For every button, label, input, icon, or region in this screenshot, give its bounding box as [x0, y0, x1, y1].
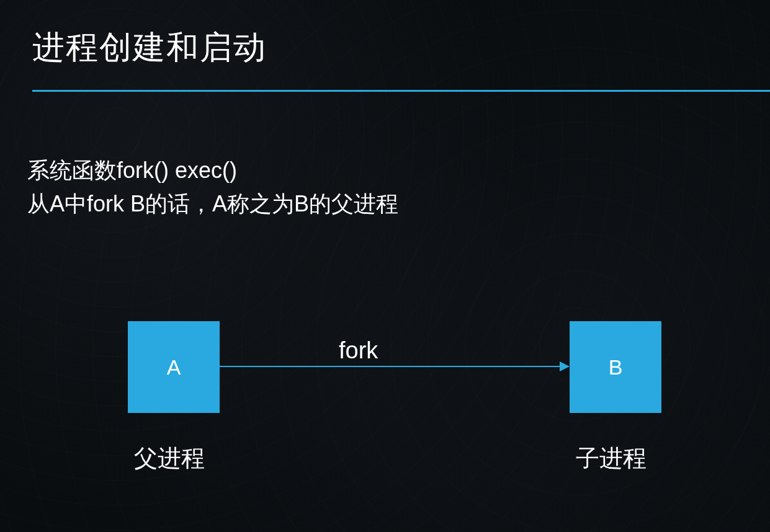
process-b-label: 子进程 [576, 443, 647, 474]
slide-title: 进程创建和启动 [32, 26, 267, 69]
arrow-label: fork [339, 337, 378, 364]
process-box-a: A [128, 321, 220, 413]
title-divider [32, 90, 770, 92]
process-box-b: B [570, 321, 661, 413]
body-line-1: 系统函数fork() exec() [27, 154, 398, 187]
process-a-letter: A [167, 355, 181, 379]
body-text: 系统函数fork() exec() 从A中fork B的话，A称之为B的父进程 [27, 154, 398, 221]
arrow-head-icon [560, 361, 570, 371]
arrow-line [220, 366, 562, 367]
body-line-2: 从A中fork B的话，A称之为B的父进程 [27, 187, 398, 221]
process-a-label: 父进程 [134, 443, 205, 474]
fork-arrow [220, 366, 570, 367]
process-b-letter: B [609, 355, 623, 379]
